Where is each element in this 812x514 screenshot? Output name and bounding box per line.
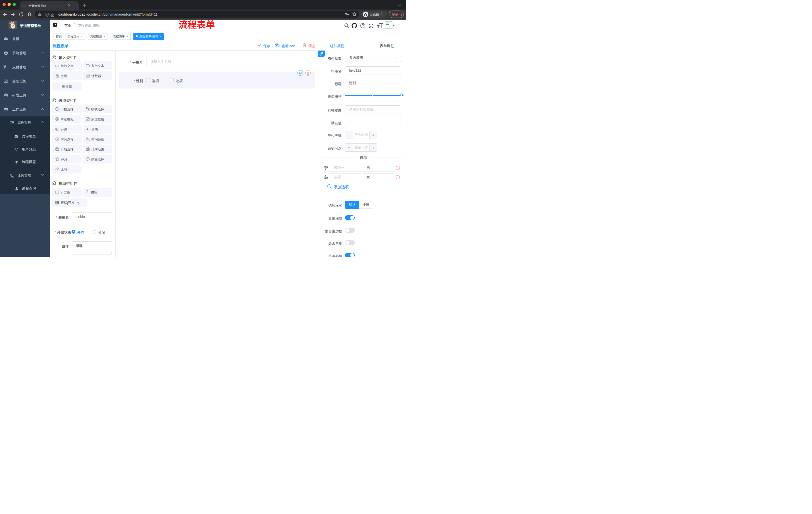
svg-text:123: 123 — [86, 75, 89, 77]
